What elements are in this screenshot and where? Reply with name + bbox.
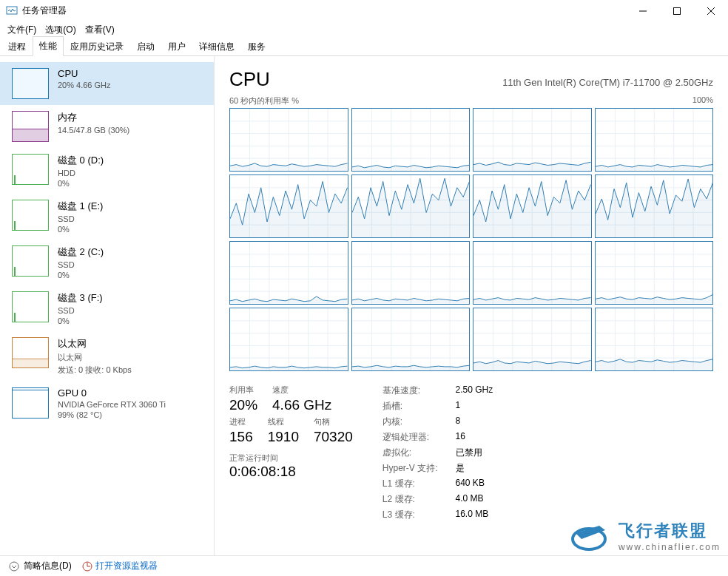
sidebar-item-disk0[interactable]: 磁盘 0 (D:) HDD 0%: [0, 148, 214, 194]
cpu-core-chart-15: [595, 308, 714, 371]
sidebar-item-disk1[interactable]: 磁盘 1 (E:) SSD 0%: [0, 194, 214, 240]
tabbar: 进程 性能 应用历史记录 启动 用户 详细信息 服务: [0, 37, 728, 56]
tab-details[interactable]: 详细信息: [192, 37, 241, 56]
watermark-title: 飞行者联盟: [619, 520, 721, 542]
watermark-url: www.chinaflier.com: [619, 542, 721, 552]
sidebar: CPU 20% 4.66 GHz 内存 14.5/47.8 GB (30%) 磁…: [0, 56, 215, 555]
gpu-mini-icon: [12, 387, 49, 419]
tab-processes[interactable]: 进程: [1, 37, 33, 56]
tab-performance[interactable]: 性能: [33, 36, 64, 56]
cpu-description: 11th Gen Intel(R) Core(TM) i7-11700 @ 2.…: [502, 77, 713, 88]
cpu-core-chart-7: [595, 175, 714, 238]
speed-value: 4.66 GHz: [272, 397, 331, 413]
sockets-value: 1: [456, 400, 493, 413]
svg-rect-2: [674, 7, 681, 14]
handles-value: 70320: [314, 429, 353, 445]
cpu-mini-icon: [12, 68, 49, 99]
watermark-logo-icon: [568, 518, 613, 554]
memory-mini-icon: [12, 111, 49, 142]
sidebar-item-memory[interactable]: 内存 14.5/47.8 GB (30%): [0, 105, 214, 148]
disk3-mini-icon: [12, 291, 49, 322]
stats-area: 利用率20% 速度4.66 GHz 进程156 线程1910 句柄70320 正…: [229, 384, 713, 521]
cpu-chart-grid[interactable]: [229, 108, 713, 371]
uptime-value: 0:06:08:18: [229, 464, 353, 480]
maximize-button[interactable]: [660, 0, 694, 22]
virtualization-value: 已禁用: [456, 447, 493, 459]
main-panel: CPU 11th Gen Intel(R) Core(TM) i7-11700 …: [215, 56, 728, 555]
window-controls: [626, 0, 728, 22]
cpu-core-chart-3: [595, 108, 714, 172]
sidebar-item-gpu0[interactable]: GPU 0 NVIDIA GeForce RTX 3060 Ti 99% (82…: [0, 382, 214, 425]
l2-cache-value: 4.0 MB: [456, 493, 493, 506]
hyperv-value: 是: [456, 462, 493, 475]
logical-processors-value: 16: [456, 431, 493, 444]
cpu-core-chart-0: [229, 108, 348, 172]
chevron-down-icon: [9, 561, 19, 572]
menu-view[interactable]: 查看(V): [81, 22, 119, 38]
minimize-button[interactable]: [626, 0, 660, 22]
cpu-core-chart-5: [351, 175, 471, 238]
main-header: CPU 11th Gen Intel(R) Core(TM) i7-11700 …: [229, 68, 713, 91]
sidebar-item-disk3[interactable]: 磁盘 3 (F:) SSD 0%: [0, 285, 214, 331]
disk2-mini-icon: [12, 245, 49, 277]
cpu-core-chart-13: [351, 308, 471, 371]
cpu-core-chart-6: [473, 175, 592, 238]
window-title: 任务管理器: [22, 4, 626, 17]
cpu-core-chart-14: [473, 308, 592, 371]
tab-users[interactable]: 用户: [161, 37, 192, 56]
stats-left: 利用率20% 速度4.66 GHz 进程156 线程1910 句柄70320 正…: [229, 384, 353, 521]
cpu-core-chart-1: [351, 108, 471, 172]
footer: 简略信息(D) 打开资源监视器: [0, 555, 728, 576]
cpu-core-chart-10: [473, 241, 592, 305]
svg-point-149: [10, 562, 18, 571]
l3-cache-value: 16.0 MB: [456, 509, 493, 521]
tab-startup[interactable]: 启动: [130, 37, 161, 56]
cpu-core-chart-2: [473, 108, 592, 172]
sidebar-item-cpu[interactable]: CPU 20% 4.66 GHz: [0, 62, 214, 105]
titlebar: 任务管理器: [0, 0, 728, 22]
disk0-mini-icon: [12, 154, 49, 185]
menu-file[interactable]: 文件(F): [3, 22, 41, 38]
sidebar-sub-memory: 14.5/47.8 GB (30%): [58, 126, 129, 135]
cpu-core-chart-4: [229, 175, 348, 238]
cpu-core-chart-11: [595, 241, 714, 305]
cores-value: 8: [456, 416, 493, 428]
disk1-mini-icon: [12, 200, 49, 231]
processes-value: 156: [229, 429, 253, 445]
base-speed-value: 2.50 GHz: [456, 384, 493, 397]
monitor-icon: [82, 561, 92, 572]
chart-right-label: 100%: [692, 95, 713, 106]
utilization-value: 20%: [229, 397, 257, 413]
threads-value: 1910: [268, 429, 299, 445]
l1-cache-value: 640 KB: [456, 478, 493, 490]
cpu-core-chart-9: [351, 241, 471, 305]
content-area: CPU 20% 4.66 GHz 内存 14.5/47.8 GB (30%) 磁…: [0, 56, 728, 555]
sidebar-label-cpu: CPU: [58, 68, 111, 79]
menu-options[interactable]: 选项(O): [41, 22, 80, 38]
stats-right: 基准速度:2.50 GHz 插槽:1 内核:8 逻辑处理器:16 虚拟化:已禁用…: [382, 384, 493, 521]
collapse-button[interactable]: 简略信息(D): [9, 560, 72, 572]
tab-services[interactable]: 服务: [241, 37, 272, 56]
sidebar-item-ethernet[interactable]: 以太网 以太网 发送: 0 接收: 0 Kbps: [0, 331, 214, 382]
sidebar-label-disk0: 磁盘 0 (D:): [58, 154, 104, 167]
sidebar-label-memory: 内存: [58, 111, 129, 124]
open-resource-monitor-link[interactable]: 打开资源监视器: [82, 560, 158, 572]
page-title: CPU: [229, 68, 270, 91]
ethernet-mini-icon: [12, 337, 49, 368]
app-icon: [6, 5, 18, 17]
sidebar-sub-cpu: 20% 4.66 GHz: [58, 81, 111, 89]
sidebar-item-disk2[interactable]: 磁盘 2 (C:) SSD 0%: [0, 240, 214, 285]
cpu-core-chart-12: [229, 308, 348, 371]
close-button[interactable]: [694, 0, 728, 22]
tab-history[interactable]: 应用历史记录: [64, 37, 130, 56]
chart-left-label: 60 秒内的利用率 %: [229, 95, 299, 106]
menubar: 文件(F) 选项(O) 查看(V): [0, 22, 728, 37]
cpu-core-chart-8: [229, 241, 348, 305]
watermark: 飞行者联盟 www.chinaflier.com: [568, 518, 721, 554]
